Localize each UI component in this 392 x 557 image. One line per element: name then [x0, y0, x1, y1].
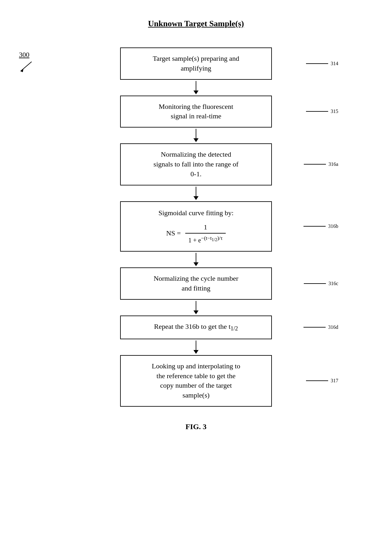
box-314: Target sample(s) preparing andamplifying…	[54, 47, 338, 80]
box-316c-content: Normalizing the cycle numberand fitting	[120, 267, 272, 300]
box-316b-content: Sigmoidal curve fitting by: NS = 1 1 + e…	[120, 201, 272, 252]
ns-label: NS =	[166, 228, 181, 238]
box-316d-content: Repeat the 316b to get the t1/2	[120, 316, 272, 339]
arrow-3	[54, 185, 338, 201]
side-line-316b	[303, 226, 326, 227]
box-317: Looking up and interpolating tothe refer…	[54, 355, 338, 407]
side-line-317	[306, 380, 328, 381]
side-line-316d	[303, 327, 326, 328]
fig-label: FIG. 3	[186, 422, 207, 431]
box-314-content: Target sample(s) preparing andamplifying	[120, 47, 272, 80]
formula-content: NS = 1 1 + e−(t−t1/2)/τ	[128, 221, 264, 246]
page-container: Unknown Target Sample(s) 300 Target samp…	[0, 0, 392, 557]
step-315-text: Monitoring the fluorescentsignal in real…	[159, 103, 233, 120]
side-label-317: 317	[306, 378, 338, 384]
arrow-4	[54, 252, 338, 267]
label-316d: 316d	[328, 324, 338, 330]
flowchart-area: 300 Target sample(s) preparing andamplif…	[54, 47, 338, 431]
box-315: Monitoring the fluorescentsignal in real…	[54, 96, 338, 128]
fraction: 1 1 + e−(t−t1/2)/τ	[185, 221, 226, 246]
box-316b: Sigmoidal curve fitting by: NS = 1 1 + e…	[54, 201, 338, 252]
side-label-316a: 316a	[304, 161, 338, 167]
side-line-316a	[304, 164, 326, 165]
arrow-5	[54, 300, 338, 316]
label-315: 315	[331, 109, 338, 114]
step-314-text: Target sample(s) preparing andamplifying	[153, 54, 239, 72]
denominator: 1 + e−(t−t1/2)/τ	[185, 234, 226, 246]
side-line-314	[306, 63, 328, 64]
box-315-content: Monitoring the fluorescentsignal in real…	[120, 96, 272, 128]
side-label-314: 314	[306, 61, 338, 66]
ref-number: 300	[19, 51, 38, 74]
box-316c: Normalizing the cycle numberand fitting …	[54, 267, 338, 300]
side-line-316c	[304, 283, 326, 284]
label-317: 317	[331, 378, 338, 384]
side-label-316d: 316d	[303, 324, 338, 330]
side-label-315: 315	[306, 109, 338, 114]
side-label-316c: 316c	[304, 281, 338, 286]
step-316d-text: Repeat the 316b to get the t1/2	[154, 322, 238, 330]
label-314: 314	[331, 61, 338, 66]
box-316a-content: Normalizing the detectedsignals to fall …	[120, 143, 272, 185]
label-316b: 316b	[328, 223, 338, 229]
step-316c-text: Normalizing the cycle numberand fitting	[154, 274, 238, 292]
label-316c: 316c	[328, 281, 338, 286]
side-label-316b: 316b	[303, 223, 338, 229]
step-316a-text: Normalizing the detectedsignals to fall …	[154, 150, 239, 178]
arrow-2	[54, 128, 338, 143]
numerator: 1	[185, 221, 226, 234]
svg-line-0	[21, 62, 32, 71]
box-316d: Repeat the 316b to get the t1/2 316d	[54, 316, 338, 339]
step-317-text: Looking up and interpolating tothe refer…	[152, 362, 240, 399]
box-316a: Normalizing the detectedsignals to fall …	[54, 143, 338, 185]
side-line-315	[306, 111, 328, 112]
box-317-content: Looking up and interpolating tothe refer…	[120, 355, 272, 407]
arrow-1	[54, 80, 338, 96]
page-title: Unknown Target Sample(s)	[148, 19, 244, 28]
arrow-6	[54, 339, 338, 355]
formula-prefix: Sigmoidal curve fitting by:	[128, 208, 264, 218]
label-316a: 316a	[328, 161, 338, 167]
